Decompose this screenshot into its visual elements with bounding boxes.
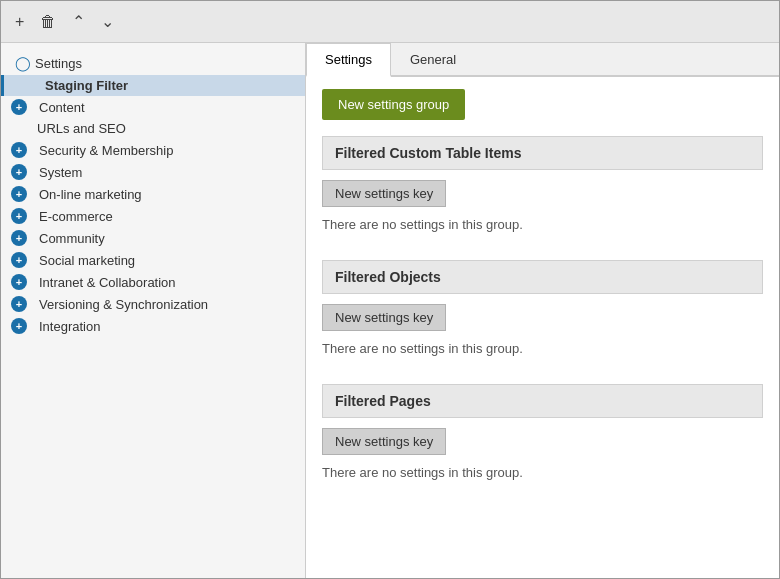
toolbar: + 🗑 ⌃ ⌄ xyxy=(1,1,779,43)
sidebar-item-intranet[interactable]: + Intranet & Collaboration xyxy=(1,271,305,293)
settings-group-header: Filtered Custom Table Items xyxy=(322,136,763,170)
expand-icon: + xyxy=(11,142,27,158)
new-settings-group-button[interactable]: New settings group xyxy=(322,89,465,120)
add-button[interactable]: + xyxy=(11,12,28,32)
sidebar-item-content[interactable]: + Content xyxy=(1,96,305,118)
sidebar-item-label: Versioning & Synchronization xyxy=(39,297,208,312)
sidebar-item-community[interactable]: + Community xyxy=(1,227,305,249)
sidebar-item-security[interactable]: + Security & Membership xyxy=(1,139,305,161)
new-settings-key-button-2[interactable]: New settings key xyxy=(322,428,446,455)
tabs: Settings General xyxy=(306,43,779,77)
expand-icon: + xyxy=(11,252,27,268)
settings-group-filtered-custom-table: Filtered Custom Table Items New settings… xyxy=(322,136,763,240)
settings-group-filtered-objects: Filtered Objects New settings key There … xyxy=(322,260,763,364)
sidebar-item-staging-filter[interactable]: Staging Filter xyxy=(1,75,305,96)
sidebar-item-label: Content xyxy=(39,100,85,115)
no-settings-text-2: There are no settings in this group. xyxy=(322,463,763,488)
main-layout: ◯ Settings Staging Filter + Content URLs… xyxy=(1,43,779,579)
no-settings-text-0: There are no settings in this group. xyxy=(322,215,763,240)
sidebar-item-urls-seo[interactable]: URLs and SEO xyxy=(1,118,305,139)
expand-icon: + xyxy=(11,274,27,290)
no-settings-text-1: There are no settings in this group. xyxy=(322,339,763,364)
sidebar-item-label: System xyxy=(39,165,82,180)
expand-icon: + xyxy=(11,318,27,334)
tab-settings[interactable]: Settings xyxy=(306,43,391,77)
tab-general[interactable]: General xyxy=(391,43,475,77)
sidebar-item-label: On-line marketing xyxy=(39,187,142,202)
sidebar-root[interactable]: ◯ Settings xyxy=(1,51,305,75)
collapse-icon[interactable]: ◯ xyxy=(15,55,31,71)
sidebar-item-social-marketing[interactable]: + Social marketing xyxy=(1,249,305,271)
sidebar-item-label: Staging Filter xyxy=(45,78,128,93)
sidebar-root-label: Settings xyxy=(35,56,82,71)
sidebar-item-integration[interactable]: + Integration xyxy=(1,315,305,337)
settings-group-header: Filtered Objects xyxy=(322,260,763,294)
settings-group-filtered-pages: Filtered Pages New settings key There ar… xyxy=(322,384,763,488)
expand-icon: + xyxy=(11,99,27,115)
new-settings-key-button-1[interactable]: New settings key xyxy=(322,304,446,331)
sidebar: ◯ Settings Staging Filter + Content URLs… xyxy=(1,43,306,579)
sidebar-item-ecommerce[interactable]: + E-commerce xyxy=(1,205,305,227)
sidebar-item-label: Intranet & Collaboration xyxy=(39,275,176,290)
content-area: Settings General New settings group Filt… xyxy=(306,43,779,579)
sidebar-item-label: Community xyxy=(39,231,105,246)
move-down-button[interactable]: ⌄ xyxy=(97,12,118,32)
expand-icon: + xyxy=(11,296,27,312)
content-body: New settings group Filtered Custom Table… xyxy=(306,77,779,520)
new-settings-key-button-0[interactable]: New settings key xyxy=(322,180,446,207)
sidebar-item-system[interactable]: + System xyxy=(1,161,305,183)
settings-group-header: Filtered Pages xyxy=(322,384,763,418)
expand-icon: + xyxy=(11,164,27,180)
expand-icon: + xyxy=(11,208,27,224)
sidebar-item-label: Integration xyxy=(39,319,100,334)
sidebar-item-versioning[interactable]: + Versioning & Synchronization xyxy=(1,293,305,315)
move-up-button[interactable]: ⌃ xyxy=(68,12,89,32)
sidebar-item-label: Security & Membership xyxy=(39,143,173,158)
sidebar-item-label: Social marketing xyxy=(39,253,135,268)
delete-button[interactable]: 🗑 xyxy=(36,12,60,32)
sidebar-item-label: E-commerce xyxy=(39,209,113,224)
sidebar-item-online-marketing[interactable]: + On-line marketing xyxy=(1,183,305,205)
sidebar-item-label: URLs and SEO xyxy=(37,121,126,136)
expand-icon: + xyxy=(11,186,27,202)
expand-icon: + xyxy=(11,230,27,246)
